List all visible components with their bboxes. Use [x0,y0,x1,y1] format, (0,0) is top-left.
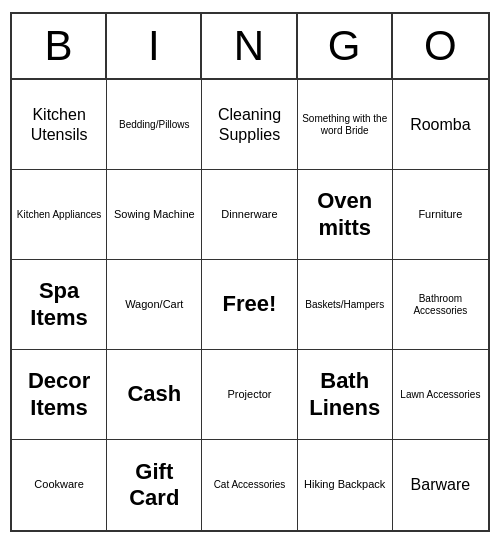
cell-text-6: Sowing Machine [114,208,195,221]
cell-text-12: Free! [223,291,277,317]
bingo-cell-11: Wagon/Cart [107,260,202,350]
bingo-cell-18: Bath Linens [298,350,393,440]
bingo-cell-16: Cash [107,350,202,440]
cell-text-22: Cat Accessories [214,479,286,491]
cell-text-10: Spa Items [16,278,102,331]
bingo-cell-6: Sowing Machine [107,170,202,260]
bingo-letter-n: N [202,14,297,78]
bingo-cell-9: Furniture [393,170,488,260]
bingo-cell-0: Kitchen Utensils [12,80,107,170]
bingo-cell-22: Cat Accessories [202,440,297,530]
bingo-cell-15: Decor Items [12,350,107,440]
bingo-cell-19: Lawn Accessories [393,350,488,440]
bingo-cell-12: Free! [202,260,297,350]
bingo-grid: Kitchen UtensilsBedding/PillowsCleaning … [12,80,488,530]
bingo-cell-13: Baskets/Hampers [298,260,393,350]
bingo-letter-b: B [12,14,107,78]
bingo-cell-3: Something with the word Bride [298,80,393,170]
bingo-cell-5: Kitchen Appliances [12,170,107,260]
cell-text-18: Bath Linens [302,368,388,421]
cell-text-17: Projector [227,388,271,401]
cell-text-8: Oven mitts [302,188,388,241]
bingo-cell-24: Barware [393,440,488,530]
bingo-cell-4: Roomba [393,80,488,170]
cell-text-3: Something with the word Bride [302,113,388,137]
cell-text-0: Kitchen Utensils [16,105,102,143]
cell-text-23: Hiking Backpack [304,478,385,491]
bingo-cell-2: Cleaning Supplies [202,80,297,170]
cell-text-1: Bedding/Pillows [119,119,190,131]
cell-text-13: Baskets/Hampers [305,299,384,311]
bingo-cell-1: Bedding/Pillows [107,80,202,170]
bingo-header: BINGO [12,14,488,80]
cell-text-19: Lawn Accessories [400,389,480,401]
cell-text-14: Bathroom Accessories [397,293,484,317]
cell-text-11: Wagon/Cart [125,298,183,311]
bingo-letter-g: G [298,14,393,78]
cell-text-15: Decor Items [16,368,102,421]
cell-text-2: Cleaning Supplies [206,105,292,143]
cell-text-9: Furniture [418,208,462,221]
bingo-cell-7: Dinnerware [202,170,297,260]
bingo-cell-23: Hiking Backpack [298,440,393,530]
bingo-letter-o: O [393,14,488,78]
bingo-cell-21: Gift Card [107,440,202,530]
bingo-cell-14: Bathroom Accessories [393,260,488,350]
bingo-card: BINGO Kitchen UtensilsBedding/PillowsCle… [10,12,490,532]
bingo-cell-8: Oven mitts [298,170,393,260]
bingo-cell-10: Spa Items [12,260,107,350]
cell-text-4: Roomba [410,115,470,134]
bingo-cell-20: Cookware [12,440,107,530]
bingo-cell-17: Projector [202,350,297,440]
cell-text-21: Gift Card [111,459,197,512]
bingo-letter-i: I [107,14,202,78]
cell-text-24: Barware [411,475,471,494]
cell-text-20: Cookware [34,478,84,491]
cell-text-16: Cash [127,381,181,407]
cell-text-5: Kitchen Appliances [17,209,102,221]
cell-text-7: Dinnerware [221,208,277,221]
